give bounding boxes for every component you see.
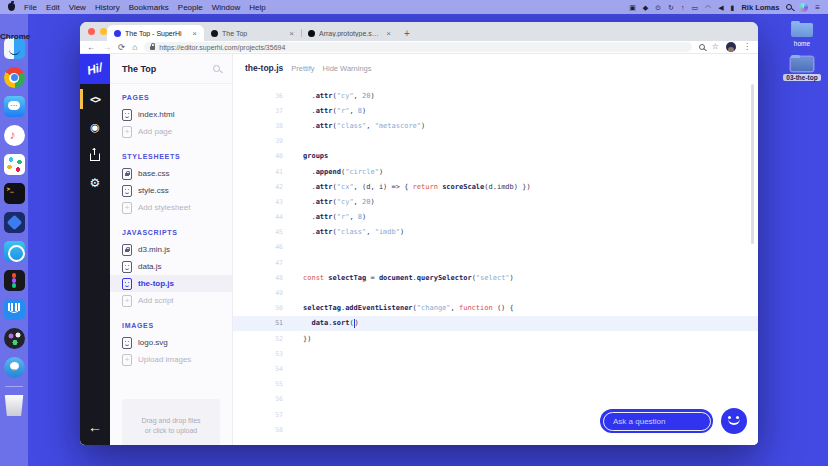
slack-icon[interactable] xyxy=(4,154,25,175)
code-line[interactable]: 42 .attr("cx", (d, i) => { return scoreS… xyxy=(233,179,758,194)
tab-share[interactable] xyxy=(80,146,110,164)
file-item-base-css[interactable]: base.css xyxy=(110,165,232,182)
hide-warnings-button[interactable]: Hide Warnings xyxy=(323,64,372,73)
address-bar[interactable]: https://editor.superhi.com/projects/3569… xyxy=(144,42,692,52)
wifi-icon[interactable]: ◠ xyxy=(705,4,711,11)
code-line[interactable]: 45 .attr("class", "imdb") xyxy=(233,225,758,240)
code-line[interactable]: 41 .append("circle") xyxy=(233,164,758,179)
display-icon[interactable]: ▭ xyxy=(691,4,698,11)
prettify-button[interactable]: Prettify xyxy=(291,64,314,73)
tab-preview[interactable]: ◉ xyxy=(80,118,110,136)
code-editor[interactable]: 36 .attr("cy", 20)37 .attr("r", 8)38 .at… xyxy=(233,82,758,445)
profile-avatar[interactable] xyxy=(726,42,736,52)
music-icon[interactable] xyxy=(4,125,25,146)
code-line[interactable]: 53 xyxy=(233,346,758,361)
chrome-icon[interactable] xyxy=(4,67,25,88)
desktop-folder-home[interactable]: home xyxy=(782,20,822,47)
code-line[interactable]: 43 .attr("cy", 20) xyxy=(233,194,758,209)
desktop-folder-03-the-top[interactable]: 03-the-top xyxy=(782,54,822,81)
menu-item-history[interactable]: History xyxy=(95,3,120,12)
bird-app-icon[interactable] xyxy=(4,357,25,378)
vscode-icon[interactable] xyxy=(4,212,25,233)
sync-icon[interactable]: ↻ xyxy=(668,4,674,11)
file-item-add-script[interactable]: Add script xyxy=(110,292,232,309)
file-item-d3-min-js[interactable]: d3.min.js xyxy=(110,241,232,258)
finder-icon[interactable] xyxy=(4,38,25,59)
superhi-logo[interactable]: Hi/ xyxy=(80,54,110,84)
apple-menu-icon[interactable] xyxy=(8,3,15,11)
browser-tab-1[interactable]: The Top - SuperHi× xyxy=(107,25,204,41)
file-item-add-stylesheet[interactable]: Add stylesheet xyxy=(110,199,232,216)
new-tab-button[interactable]: + xyxy=(404,28,410,39)
menu-item-help[interactable]: Help xyxy=(249,3,265,12)
search-button[interactable] xyxy=(213,64,220,74)
close-tab-icon[interactable]: × xyxy=(192,29,197,38)
menu-item-window[interactable]: Window xyxy=(212,3,240,12)
upload-dropzone[interactable]: Drag and drop files or click to upload xyxy=(122,399,220,445)
close-tab-icon[interactable]: × xyxy=(289,29,294,38)
file-item-style-css[interactable]: style.css xyxy=(110,182,232,199)
home-button[interactable]: ⌂ xyxy=(132,43,137,52)
code-line[interactable]: 38 .attr("class", "metascore") xyxy=(233,118,758,133)
zoom-page-icon[interactable] xyxy=(699,44,705,50)
back-nav-button[interactable]: ← xyxy=(87,43,96,52)
close-window-button[interactable] xyxy=(88,28,95,35)
spotlight-icon[interactable] xyxy=(786,4,792,10)
code-line[interactable]: 51 data.sort() xyxy=(233,316,758,331)
code-line[interactable]: 48const selectTag = document.querySelect… xyxy=(233,270,758,285)
bookmark-star-icon[interactable]: ☆ xyxy=(712,43,719,51)
trash-icon[interactable] xyxy=(4,395,25,416)
menu-item-edit[interactable]: Edit xyxy=(46,3,60,12)
siri-icon[interactable] xyxy=(799,3,808,12)
code-line[interactable]: 40groups xyxy=(233,149,758,164)
notification-center-icon[interactable]: ≡ xyxy=(815,3,820,12)
code-line[interactable]: 39 xyxy=(233,134,758,149)
code-line[interactable]: 49 xyxy=(233,285,758,300)
figma-icon[interactable] xyxy=(4,270,25,291)
screen-mirroring-icon[interactable]: ▣ xyxy=(629,4,636,11)
code-line[interactable]: 47 xyxy=(233,255,758,270)
intercom-icon[interactable] xyxy=(4,299,25,320)
file-item-the-top-js[interactable]: the-top.js xyxy=(110,275,232,292)
code-line[interactable]: 37 .attr("r", 8) xyxy=(233,103,758,118)
file-item-data-js[interactable]: data.js xyxy=(110,258,232,275)
editor-scrollbar[interactable] xyxy=(751,84,754,244)
menu-item-people[interactable]: People xyxy=(178,3,203,12)
menu-item-file[interactable]: File xyxy=(24,3,37,12)
code-line[interactable]: 55 xyxy=(233,377,758,392)
browser-tab-2[interactable]: The Top× xyxy=(204,25,301,41)
updates-icon[interactable]: ↑ xyxy=(681,4,685,11)
reload-button[interactable]: ⟳ xyxy=(118,43,125,52)
code-line[interactable]: 54 xyxy=(233,361,758,376)
back-button[interactable]: ← xyxy=(80,419,110,435)
code-line[interactable]: 50selectTag.addEventListener("change", f… xyxy=(233,301,758,316)
file-item-add-page[interactable]: Add page xyxy=(110,123,232,140)
menu-item-bookmarks[interactable]: Bookmarks xyxy=(129,3,169,12)
browser-tab-3[interactable]: Array.prototype.sort() - JavaS…× xyxy=(301,25,398,41)
messages-icon[interactable] xyxy=(4,96,25,117)
code-line[interactable]: 44 .attr("r", 8) xyxy=(233,210,758,225)
browser-menu-icon[interactable]: ⋮ xyxy=(743,43,751,51)
file-item-upload-images[interactable]: Upload images xyxy=(110,351,232,368)
ask-question-input[interactable]: Ask a question xyxy=(600,409,713,433)
code-line[interactable]: 52}) xyxy=(233,331,758,346)
close-tab-icon[interactable]: × xyxy=(386,29,391,38)
user-menu[interactable]: Rik Lomas xyxy=(741,3,779,12)
forward-nav-button[interactable]: → xyxy=(103,43,112,52)
minimize-window-button[interactable] xyxy=(100,28,107,35)
file-item-logo-svg[interactable]: logo.svg xyxy=(110,334,232,351)
clock-app-icon[interactable] xyxy=(4,241,25,262)
terminal-icon[interactable] xyxy=(4,183,25,204)
media-app-icon[interactable] xyxy=(4,328,25,349)
code-line[interactable]: 36 .attr("cy", 20) xyxy=(233,88,758,103)
file-item-index-html[interactable]: index.html xyxy=(110,106,232,123)
tab-settings[interactable]: ⚙ xyxy=(80,174,110,192)
code-line[interactable]: 46 xyxy=(233,240,758,255)
tab-code-editor[interactable]: <> xyxy=(80,90,110,108)
help-smiley-button[interactable] xyxy=(721,408,747,434)
dropbox-icon[interactable]: ◆ xyxy=(643,4,648,11)
volume-icon[interactable]: ◀ xyxy=(718,4,723,11)
onepassword-icon[interactable]: ⊙ xyxy=(655,4,661,11)
battery-icon[interactable]: ▮ xyxy=(731,4,735,11)
code-line[interactable]: 56 xyxy=(233,392,758,407)
